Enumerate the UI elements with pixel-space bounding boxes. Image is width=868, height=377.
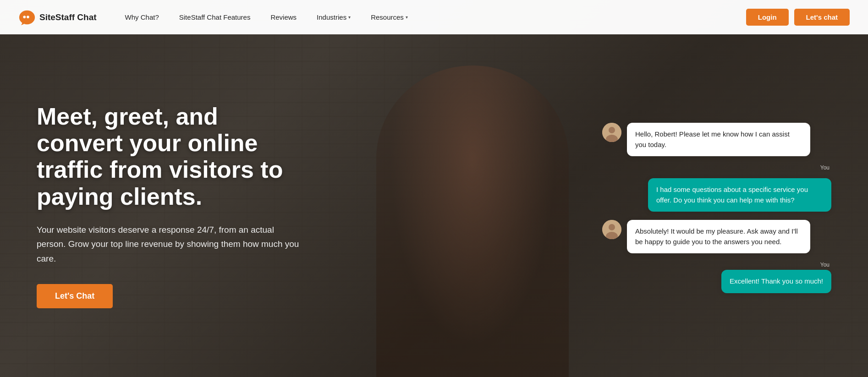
agent-avatar-icon-1 xyxy=(602,123,621,142)
nav-item-resources[interactable]: Resources ▾ xyxy=(361,13,418,21)
agent-bubble-1: Hello, Robert! Please let me know how I … xyxy=(627,123,810,156)
nav-buttons: Login Let's chat xyxy=(746,9,850,26)
hero-content: Meet, greet, and convert your online tra… xyxy=(0,69,868,308)
nav-link-resources[interactable]: Resources ▾ xyxy=(361,13,418,21)
chat-message-3: Absolutely! It would be my pleasure. Ask… xyxy=(602,220,831,253)
agent-avatar-icon-2 xyxy=(602,220,621,239)
nav-link-why-chat[interactable]: Why Chat? xyxy=(115,13,169,21)
lets-chat-nav-button[interactable]: Let's chat xyxy=(794,9,850,26)
lets-chat-hero-button[interactable]: Let's Chat xyxy=(37,284,113,308)
logo-text: SiteStaff Chat xyxy=(39,12,97,22)
chat-message-1: Hello, Robert! Please let me know how I … xyxy=(602,123,831,156)
svg-point-4 xyxy=(609,127,615,133)
chevron-down-icon: ▾ xyxy=(406,15,408,20)
nav-item-features[interactable]: SiteStaff Chat Features xyxy=(169,13,261,21)
navbar: SiteStaff Chat Why Chat? SiteStaff Chat … xyxy=(0,0,868,34)
chat-widget: Hello, Robert! Please let me know how I … xyxy=(602,118,831,293)
user-bubble-1: I had some questions about a specific se… xyxy=(648,178,831,212)
nav-link-reviews[interactable]: Reviews xyxy=(260,13,307,21)
logo-icon xyxy=(18,9,36,26)
hero-subtext: Your website visitors deserve a response… xyxy=(37,223,302,266)
chat-message-4: You Excellent! Thank you so much! xyxy=(602,262,831,293)
chat-message-2: You I had some questions about a specifi… xyxy=(602,164,831,212)
nav-link-industries[interactable]: Industries ▾ xyxy=(307,13,361,21)
logo[interactable]: SiteStaff Chat xyxy=(18,9,97,26)
hero-left-panel: Meet, greet, and convert your online tra… xyxy=(37,103,302,308)
chevron-down-icon: ▾ xyxy=(348,15,351,20)
login-button[interactable]: Login xyxy=(746,9,789,26)
you-label-2: You xyxy=(820,262,831,268)
svg-point-1 xyxy=(23,16,26,18)
agent-avatar-1 xyxy=(602,123,621,142)
chat-bubble-wrapper-3: Absolutely! It would be my pleasure. Ask… xyxy=(602,220,810,253)
hero-section: Meet, greet, and convert your online tra… xyxy=(0,0,868,377)
hero-heading: Meet, greet, and convert your online tra… xyxy=(37,103,302,210)
agent-bubble-2: Absolutely! It would be my pleasure. Ask… xyxy=(627,220,810,253)
nav-item-industries[interactable]: Industries ▾ xyxy=(307,13,361,21)
user-bubble-2: Excellent! Thank you so much! xyxy=(721,270,831,293)
nav-item-why-chat[interactable]: Why Chat? xyxy=(115,13,169,21)
svg-point-2 xyxy=(27,16,29,18)
svg-point-7 xyxy=(609,224,615,230)
nav-links: Why Chat? SiteStaff Chat Features Review… xyxy=(115,13,746,21)
you-label-1: You xyxy=(820,164,831,171)
nav-item-reviews[interactable]: Reviews xyxy=(260,13,307,21)
chat-bubble-wrapper-1: Hello, Robert! Please let me know how I … xyxy=(602,123,810,156)
agent-avatar-2 xyxy=(602,220,621,239)
nav-link-features[interactable]: SiteStaff Chat Features xyxy=(169,13,261,21)
